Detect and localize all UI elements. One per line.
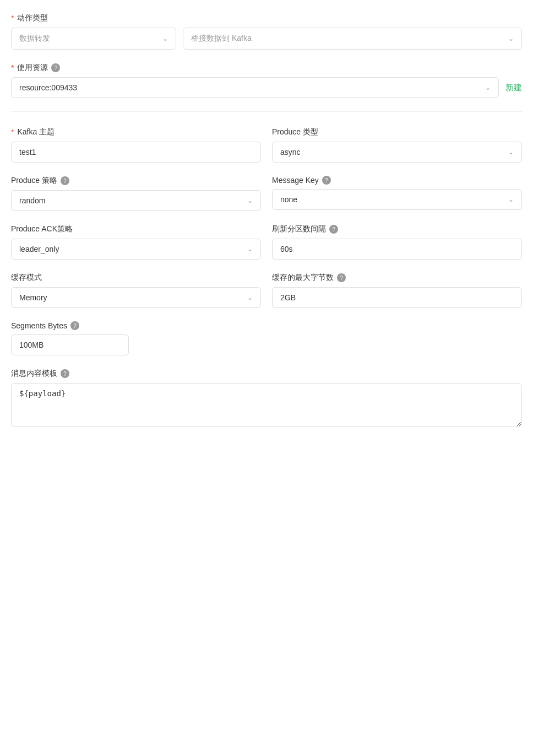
refresh-interval-group: 刷新分区数间隔 ?: [272, 224, 522, 260]
produce-type-label: Produce 类型: [272, 127, 522, 137]
fields-grid: * Kafka 主题 Produce 类型 async ⌄ Produce 策略…: [11, 127, 522, 308]
required-star-resource: *: [11, 63, 14, 72]
produce-strategy-group: Produce 策略 ? random ⌄: [11, 176, 261, 211]
produce-ack-select[interactable]: leader_only ⌄: [11, 239, 261, 260]
produce-ack-label: Produce ACK策略: [11, 224, 261, 234]
chevron-down-icon: ⌄: [508, 196, 514, 203]
action-type-group: 数据转发 ⌄ 桥接数据到 Kafka ⌄: [11, 28, 522, 50]
use-resource-label: * 使用资源 ?: [11, 63, 522, 73]
cache-mode-select[interactable]: Memory ⌄: [11, 287, 261, 308]
help-icon-template[interactable]: ?: [61, 369, 69, 378]
chevron-down-icon: ⌄: [247, 197, 253, 204]
max-cache-bytes-label: 缓存的最大字节数 ?: [272, 273, 522, 283]
refresh-interval-label: 刷新分区数间隔 ?: [272, 224, 522, 234]
required-star-action: *: [11, 14, 14, 23]
produce-strategy-label: Produce 策略 ?: [11, 176, 261, 186]
kafka-topic-group: * Kafka 主题: [11, 127, 261, 163]
help-icon-strategy[interactable]: ?: [61, 176, 69, 185]
message-key-label: Message Key ?: [272, 176, 522, 185]
help-icon-max-cache[interactable]: ?: [337, 273, 346, 282]
message-template-section: 消息内容模板 ?: [11, 369, 522, 429]
help-icon-resource[interactable]: ?: [51, 63, 60, 72]
segments-bytes-group: Segments Bytes ?: [11, 321, 256, 355]
segments-bytes-input[interactable]: [11, 334, 129, 355]
action-type-select2[interactable]: 桥接数据到 Kafka ⌄: [183, 28, 522, 50]
kafka-topic-label: * Kafka 主题: [11, 127, 261, 137]
chevron-down-icon: ⌄: [508, 148, 514, 156]
help-icon-message-key[interactable]: ?: [322, 176, 331, 185]
produce-strategy-select[interactable]: random ⌄: [11, 190, 261, 211]
produce-type-select[interactable]: async ⌄: [272, 142, 522, 163]
produce-ack-group: Produce ACK策略 leader_only ⌄: [11, 224, 261, 260]
required-star-kafka: *: [11, 128, 14, 137]
segments-bytes-label: Segments Bytes ?: [11, 321, 256, 330]
help-icon-segments[interactable]: ?: [70, 321, 79, 330]
refresh-interval-input[interactable]: [272, 239, 522, 260]
action-type-label: * 动作类型: [11, 13, 522, 23]
produce-type-group: Produce 类型 async ⌄: [272, 127, 522, 163]
max-cache-bytes-group: 缓存的最大字节数 ?: [272, 273, 522, 308]
chevron-down-icon: ⌄: [247, 245, 253, 253]
cache-mode-label: 缓存模式: [11, 273, 261, 283]
message-template-label: 消息内容模板 ?: [11, 369, 522, 379]
message-key-select[interactable]: none ⌄: [272, 189, 522, 210]
message-key-group: Message Key ? none ⌄: [272, 176, 522, 211]
cache-mode-group: 缓存模式 Memory ⌄: [11, 273, 261, 308]
segments-bytes-section: Segments Bytes ?: [11, 321, 522, 355]
section-divider: [11, 111, 522, 112]
chevron-down-icon: ⌄: [508, 35, 514, 42]
chevron-down-icon: ⌄: [247, 294, 253, 301]
message-template-textarea[interactable]: [11, 383, 522, 427]
action-type-select1[interactable]: 数据转发 ⌄: [11, 28, 176, 50]
chevron-down-icon: ⌄: [485, 84, 491, 91]
max-cache-bytes-input[interactable]: [272, 287, 522, 308]
resource-select[interactable]: resource:009433 ⌄: [11, 77, 499, 98]
new-resource-button[interactable]: 新建: [505, 83, 522, 93]
help-icon-refresh[interactable]: ?: [329, 225, 338, 234]
kafka-topic-input[interactable]: [11, 142, 261, 163]
chevron-down-icon: ⌄: [162, 35, 168, 42]
resource-row: resource:009433 ⌄ 新建: [11, 77, 522, 98]
